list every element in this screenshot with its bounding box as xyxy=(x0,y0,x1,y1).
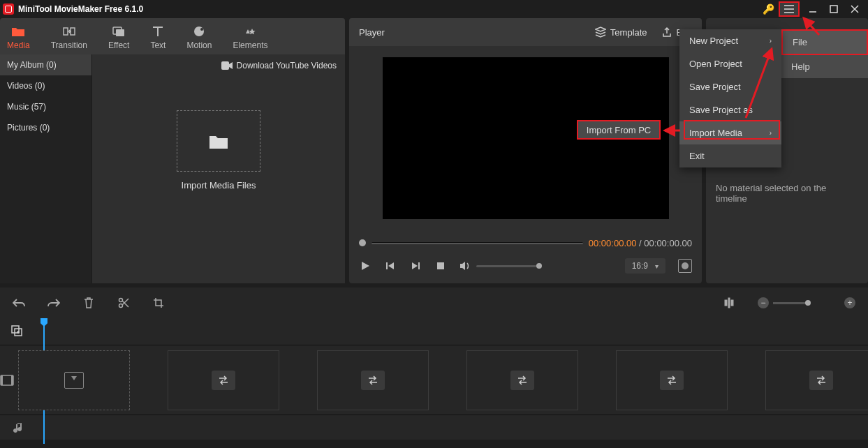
template-label: Template xyxy=(610,27,647,38)
volume-control[interactable] xyxy=(459,261,539,271)
tab-text[interactable]: Text xyxy=(150,24,165,50)
maximize-button[interactable] xyxy=(823,1,844,17)
total-time: 00:00:00.00 xyxy=(644,238,692,248)
title-bar: MiniTool MovieMaker Free 6.1.0 🔑 xyxy=(0,0,868,18)
transition-placeholder-icon xyxy=(660,371,684,390)
main-menu: New Project› Open Project Save Project S… xyxy=(679,29,781,167)
folder-icon xyxy=(208,132,229,150)
play-button[interactable] xyxy=(359,260,372,272)
tab-label: Elements xyxy=(233,40,267,50)
timecode: 00:00:00.00 / 00:00:00.00 xyxy=(589,238,692,248)
audio-track[interactable] xyxy=(0,415,868,440)
scrub-track[interactable] xyxy=(372,242,583,244)
menu-label: Open Project xyxy=(689,59,742,69)
transition-placeholder-icon xyxy=(361,371,385,390)
folder-icon xyxy=(10,24,26,39)
add-track-button[interactable] xyxy=(11,325,24,338)
zoom-slider[interactable] xyxy=(773,302,808,304)
menu-new-project[interactable]: New Project› xyxy=(679,29,781,52)
clip-slot[interactable] xyxy=(168,350,279,410)
main-menu-button[interactable] xyxy=(779,1,800,17)
split-button[interactable] xyxy=(117,297,130,309)
submenu-file-label: File xyxy=(793,37,807,47)
menu-open-project[interactable]: Open Project xyxy=(679,52,781,75)
chevron-right-icon: › xyxy=(770,129,772,137)
media-area: Download YouTube Videos Import Media Fil… xyxy=(92,54,345,283)
scrub-bar[interactable]: 00:00:00.00 / 00:00:00.00 xyxy=(359,234,692,251)
activate-key-icon[interactable]: 🔑 xyxy=(763,3,774,15)
tab-media[interactable]: Media xyxy=(7,24,30,50)
clip-slot[interactable] xyxy=(18,350,130,410)
delete-button[interactable] xyxy=(82,297,95,309)
volume-slider[interactable] xyxy=(476,265,539,267)
text-icon xyxy=(150,24,165,39)
clip-slot[interactable] xyxy=(765,350,868,410)
album-list: My Album (0) Videos (0) Music (57) Pictu… xyxy=(0,54,92,283)
fullscreen-button[interactable] xyxy=(678,259,692,273)
video-track[interactable] xyxy=(0,345,868,415)
prev-frame-button[interactable] xyxy=(384,260,397,272)
aspect-ratio-label: 16:9 xyxy=(632,261,648,271)
playhead[interactable] xyxy=(41,318,47,345)
fit-button[interactable] xyxy=(723,297,735,309)
transition-icon xyxy=(61,24,77,39)
menu-exit[interactable]: Exit xyxy=(679,144,781,167)
chevron-right-icon: › xyxy=(770,37,772,45)
top-tabstrip: Media Transition Effect Text Motion Elem… xyxy=(0,18,345,54)
menu-label: Save Project as xyxy=(689,105,753,115)
tab-effect[interactable]: Effect xyxy=(108,24,129,50)
scrub-handle-icon[interactable] xyxy=(359,239,366,246)
svg-rect-18 xyxy=(731,300,733,306)
svg-rect-24 xyxy=(11,375,13,385)
submenu-help-label: Help xyxy=(791,61,810,72)
clip-slot[interactable] xyxy=(466,350,578,410)
submenu-file[interactable]: File xyxy=(781,29,868,55)
chevron-down-icon: ▾ xyxy=(655,262,659,270)
zoom-in-button[interactable]: + xyxy=(844,297,855,308)
menu-save-project-as[interactable]: Save Project as xyxy=(679,98,781,121)
album-item-music[interactable]: Music (57) xyxy=(0,96,91,117)
tab-label: Effect xyxy=(108,40,129,50)
svg-rect-23 xyxy=(1,375,3,385)
timeline-toolbar: − + xyxy=(0,288,868,318)
menu-import-media[interactable]: Import Media› xyxy=(679,121,781,144)
tab-transition[interactable]: Transition xyxy=(51,24,87,50)
submenu-help[interactable]: Help xyxy=(781,55,868,78)
crop-button[interactable] xyxy=(152,297,165,309)
menu-save-project[interactable]: Save Project xyxy=(679,75,781,98)
time-separator: / xyxy=(636,238,644,248)
undo-button[interactable] xyxy=(13,297,25,309)
menu-import-from-pc[interactable]: Import From PC xyxy=(577,120,661,140)
video-icon xyxy=(221,61,233,70)
menu-label: Exit xyxy=(689,151,705,161)
minimize-button[interactable] xyxy=(802,1,823,17)
tab-label: Transition xyxy=(51,40,87,50)
stop-button[interactable] xyxy=(434,260,447,272)
download-icon xyxy=(64,372,84,389)
album-item-videos[interactable]: Videos (0) xyxy=(0,75,91,96)
player-title: Player xyxy=(359,27,385,38)
close-button[interactable] xyxy=(844,1,865,17)
audio-track-icon xyxy=(0,421,38,434)
download-youtube-link[interactable]: Download YouTube Videos xyxy=(92,54,345,77)
transition-placeholder-icon xyxy=(809,371,833,390)
export-icon xyxy=(661,27,672,38)
template-button[interactable]: Template xyxy=(595,27,647,38)
transition-placeholder-icon xyxy=(212,371,235,390)
svg-rect-14 xyxy=(437,262,444,269)
player-panel: Player Template Exp 00:00:00.00 / 00:00:… xyxy=(349,18,702,283)
tab-motion[interactable]: Motion xyxy=(186,24,212,50)
template-icon xyxy=(595,27,606,38)
tab-elements[interactable]: Elements xyxy=(233,24,267,50)
aspect-ratio-select[interactable]: 16:9 ▾ xyxy=(625,258,665,274)
clip-slot[interactable] xyxy=(317,350,429,410)
timeline-ruler[interactable] xyxy=(0,318,868,345)
next-frame-button[interactable] xyxy=(409,260,422,272)
album-item-myalbum[interactable]: My Album (0) xyxy=(0,54,91,75)
redo-button[interactable] xyxy=(47,297,60,309)
clip-slot[interactable] xyxy=(616,350,728,410)
import-dropzone[interactable] xyxy=(177,110,260,172)
album-item-pictures[interactable]: Pictures (0) xyxy=(0,117,91,138)
tab-label: Text xyxy=(150,40,165,50)
zoom-out-button[interactable]: − xyxy=(758,297,769,308)
